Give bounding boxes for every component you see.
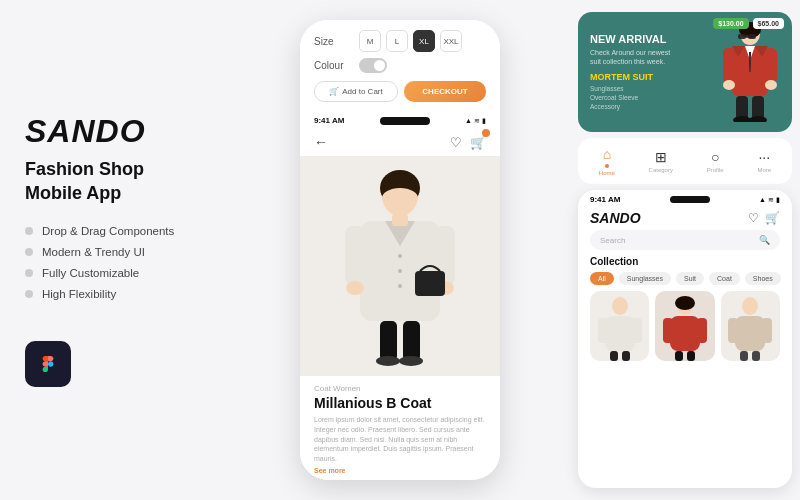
feature-item: Drop & Drag Components [25,225,205,237]
collection-figure-3 [725,296,775,361]
svg-rect-31 [765,48,777,83]
size-row: Size M L XL XXL [314,30,486,52]
svg-point-17 [399,356,423,366]
price-tag-1: $130.00 [713,18,748,29]
filter-suit[interactable]: Suit [676,272,704,285]
banner-text-content: NEW ARRIVAL Check Around our newestsuit … [590,33,714,112]
banner-product-name: MORTEM SUIT [590,72,714,82]
phone-nav-bar: ← ♡ 🛒 [300,128,500,156]
collection-title: Collection [578,254,792,272]
product-image-area [300,156,500,376]
phone2-cart-icon[interactable]: 🛒 [765,211,780,225]
banner-prices: $130.00 $65.00 [713,12,792,29]
phone2-time: 9:41 AM [590,195,620,204]
feature-dot [25,290,33,298]
colour-row: Colour [314,58,486,73]
nav-item-more[interactable]: ··· More [757,149,771,173]
category-icon: ⊞ [655,149,667,165]
phone2-status-icons: ▲ ≋ ▮ [759,196,780,204]
svg-point-51 [742,297,758,315]
phone2-status-bar: 9:41 AM ▲ ≋ ▮ [578,190,792,206]
phone2-heart-icon[interactable]: ♡ [748,211,759,225]
svg-rect-39 [605,316,635,351]
status-time: 9:41 AM [314,116,344,125]
svg-rect-13 [415,271,445,296]
nav-item-home[interactable]: ⌂ Home [599,146,615,176]
svg-point-33 [765,80,777,90]
feature-item: Fully Customizable [25,267,205,279]
product-image [330,166,470,366]
price-tag-2: $65.00 [753,18,784,29]
right-section: $130.00 $65.00 NEW ARRIVAL Check Around … [570,0,800,500]
svg-rect-18 [392,214,408,226]
brand-subtitle: Fashion Shop Mobile App [25,158,205,205]
product-info: Coat Women Millanious B Coat Lorem ipsum… [300,376,500,480]
shopping-cart-icon: 🛒 [470,135,486,150]
colour-toggle[interactable] [359,58,387,73]
svg-point-16 [376,356,400,366]
svg-point-32 [723,80,735,90]
svg-rect-40 [598,318,608,343]
svg-rect-30 [723,48,735,83]
size-options: M L XL XXL [359,30,462,52]
collection-figure-1 [595,296,645,361]
phone2-notch [670,196,710,203]
filter-sunglasses[interactable]: Sunglasses [619,272,671,285]
main-phone: Size M L XL XXL Colour 🛒 Add to Cart CH [300,20,500,480]
middle-section: Size M L XL XXL Colour 🛒 Add to Cart CH [230,0,570,500]
cart-icon-container[interactable]: 🛒 [470,133,486,151]
status-notch [380,117,430,125]
size-l[interactable]: L [386,30,408,52]
filter-all[interactable]: All [590,272,614,285]
home-icon: ⌂ [603,146,611,162]
svg-rect-47 [663,318,673,343]
svg-point-2 [382,188,418,208]
phone2-brand: SANDO [590,210,641,226]
phone2-search-bar[interactable]: Search 🔍 [590,230,780,250]
svg-rect-46 [670,316,700,351]
back-arrow-icon[interactable]: ← [314,134,328,150]
svg-rect-41 [632,318,642,343]
collection-filters: All Sunglasses Suit Coat Shoes [578,272,792,291]
size-xxl[interactable]: XXL [440,30,462,52]
svg-point-11 [346,281,364,295]
size-m[interactable]: M [359,30,381,52]
checkout-button[interactable]: CHECKOUT [404,81,486,102]
svg-rect-21 [738,34,746,39]
banner-subtitle: Check Around our newestsuit collection t… [590,48,714,66]
svg-rect-50 [687,351,695,361]
status-icons: ▲ ≋ ▮ [465,117,486,125]
profile-label: Profile [707,167,724,173]
svg-rect-15 [403,321,420,361]
banner-product-details: SunglassesOvercoat SleeveAccessory [590,84,714,111]
phone2-signal-icon: ▲ [759,196,766,204]
signal-icon: ▲ [465,117,472,124]
nav-item-category[interactable]: ⊞ Category [649,149,673,173]
collection-item-3[interactable] [721,291,780,361]
see-more-link[interactable]: See more [314,467,486,474]
collection-item-1[interactable] [590,291,649,361]
svg-rect-49 [675,351,683,361]
more-icon: ··· [758,149,770,165]
nav-item-profile[interactable]: ○ Profile [707,149,724,173]
active-indicator [605,164,609,168]
phone2-battery-icon: ▮ [776,196,780,204]
collection-item-2[interactable] [655,291,714,361]
banner-new-arrival: NEW ARRIVAL [590,33,714,45]
svg-rect-52 [735,316,765,351]
filter-coat[interactable]: Coat [709,272,740,285]
svg-rect-53 [728,318,738,343]
add-to-cart-button[interactable]: 🛒 Add to Cart [314,81,398,102]
feature-dot [25,269,33,277]
filter-shoes[interactable]: Shoes [745,272,781,285]
features-list: Drop & Drag Components Modern & Trendy U… [25,225,205,309]
size-label: Size [314,36,359,47]
profile-icon: ○ [711,149,719,165]
svg-point-37 [749,116,767,122]
product-description: Lorem ipsum dolor sit amet, consectetur … [314,415,486,464]
home-label: Home [599,170,615,176]
action-buttons: 🛒 Add to Cart CHECKOUT [314,81,486,102]
size-xl[interactable]: XL [413,30,435,52]
wishlist-heart-icon[interactable]: ♡ [450,135,462,150]
product-tags: Coat Women [314,384,486,393]
